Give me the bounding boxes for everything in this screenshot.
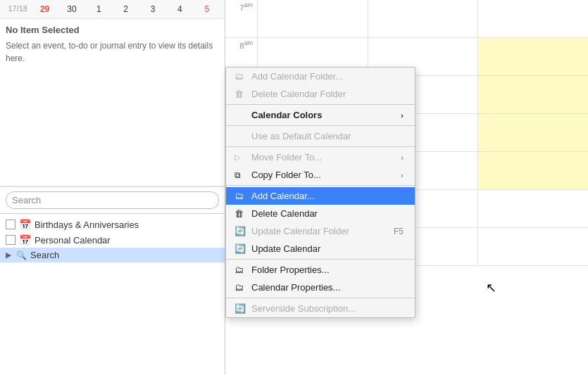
- time-cell-empty3-col3: [477, 152, 588, 189]
- ctx-add-calendar-folder[interactable]: 🗂 Add Calendar Folder...: [226, 68, 415, 85]
- update-folder-shortcut: F5: [394, 227, 404, 236]
- personal-icon: 📅: [19, 234, 31, 246]
- copy-folder-icon: ⧉: [234, 170, 247, 180]
- delete-calendar-icon: 🗑: [234, 208, 247, 219]
- ctx-use-as-default[interactable]: Use as Default Calendar: [226, 127, 415, 145]
- day-1[interactable]: 1: [85, 3, 112, 15]
- time-cell-7am-col1: [257, 0, 368, 37]
- ctx-folder-properties[interactable]: 🗂 Folder Properties...: [226, 261, 415, 279]
- ctx-folder-properties-label: Folder Properties...: [251, 265, 404, 275]
- day-4[interactable]: 4: [166, 3, 193, 15]
- time-row-7am: 7am: [225, 0, 588, 38]
- time-cell-empty2-col3: [477, 114, 588, 151]
- personal-checkbox[interactable]: [6, 235, 15, 245]
- ctx-sep-1: [226, 104, 415, 105]
- time-cell-empty1-col3: [477, 76, 588, 113]
- time-cell-empty5-col3: [477, 228, 588, 265]
- colors-arrow-icon: ›: [401, 111, 404, 120]
- ctx-serverside-label: Serverside Subscription...: [251, 303, 404, 314]
- birthdays-icon: 📅: [19, 219, 31, 230]
- add-calendar-icon: 🗂: [234, 191, 247, 201]
- time-cell-8am-col3: [477, 38, 588, 75]
- ctx-delete-calendar[interactable]: 🗑 Delete Calendar: [226, 205, 415, 222]
- add-folder-icon: 🗂: [234, 71, 247, 82]
- ctx-add-calendar-folder-label: Add Calendar Folder...: [251, 71, 404, 82]
- move-folder-arrow-icon: ›: [401, 153, 404, 162]
- time-label-7am: 7am: [225, 0, 257, 37]
- tree-item-personal[interactable]: 📅 Personal Calendar: [0, 232, 225, 248]
- ctx-update-calendar-label: Update Calendar: [251, 243, 404, 254]
- search-input[interactable]: [6, 191, 219, 209]
- search-box: [0, 186, 225, 214]
- ctx-delete-calendar-folder-label: Delete Calendar Folder: [251, 89, 404, 99]
- serverside-icon: 🔄: [234, 303, 247, 314]
- ctx-use-as-default-label: Use as Default Calendar: [251, 131, 404, 141]
- time-cell-empty4-col3: [477, 190, 588, 227]
- ctx-calendar-colors[interactable]: Calendar Colors ›: [226, 106, 415, 124]
- day-2[interactable]: 2: [113, 3, 139, 15]
- info-panel: No Item Selected Select an event, to-do …: [0, 19, 225, 186]
- tree-item-birthdays[interactable]: 📅 Birthdays & Anniversaries: [0, 217, 225, 232]
- ctx-sep-2: [226, 125, 415, 126]
- delete-folder-icon: 🗑: [234, 89, 247, 99]
- ctx-update-calendar-folder-label: Update Calendar Folder: [251, 226, 387, 236]
- ctx-sep-3: [226, 146, 415, 147]
- ctx-sep-5: [226, 259, 415, 260]
- ctx-calendar-colors-label: Calendar Colors: [251, 110, 322, 120]
- move-folder-icon: ▷: [234, 153, 247, 162]
- ctx-update-calendar[interactable]: 🔄 Update Calendar: [226, 240, 415, 258]
- week-num: 17/18: [4, 3, 31, 15]
- time-cell-7am-col2: [368, 0, 478, 37]
- search-expander[interactable]: ▶: [6, 250, 14, 260]
- ctx-sep-6: [226, 298, 415, 298]
- ctx-move-folder-to[interactable]: ▷ Move Folder To... ›: [226, 148, 415, 166]
- search-icon: 🔍: [16, 250, 27, 260]
- mini-calendar-header: 17/18 29 30 1 2 3 4 5: [0, 0, 225, 19]
- mouse-cursor: ↖: [486, 280, 496, 295]
- update-calendar-icon: 🔄: [234, 243, 247, 254]
- day-3[interactable]: 3: [139, 3, 166, 15]
- birthdays-label: Birthdays & Anniversaries: [35, 220, 139, 230]
- update-folder-icon: 🔄: [234, 226, 247, 236]
- folder-tree: 📅 Birthdays & Anniversaries 📅 Personal C…: [0, 214, 225, 375]
- copy-folder-arrow-icon: ›: [401, 171, 404, 179]
- ctx-delete-calendar-folder[interactable]: 🗑 Delete Calendar Folder: [226, 85, 415, 103]
- ctx-add-calendar-label: Add Calendar...: [251, 191, 404, 201]
- personal-label: Personal Calendar: [35, 235, 111, 246]
- tree-item-search[interactable]: ▶ 🔍 Search: [0, 248, 225, 262]
- ctx-serverside-subscription[interactable]: 🔄 Serverside Subscription...: [226, 300, 415, 317]
- no-item-label: No Item Selected: [6, 25, 219, 35]
- ctx-calendar-properties-label: Calendar Properties...: [251, 282, 404, 293]
- day-5[interactable]: 5: [194, 3, 220, 15]
- ctx-update-calendar-folder[interactable]: 🔄 Update Calendar Folder F5: [226, 222, 415, 240]
- context-menu: 🗂 Add Calendar Folder... 🗑 Delete Calend…: [225, 67, 415, 318]
- ctx-delete-calendar-label: Delete Calendar: [251, 208, 404, 219]
- calendar-properties-icon: 🗂: [234, 282, 247, 293]
- ctx-sep-4: [226, 185, 415, 186]
- ctx-copy-folder-to[interactable]: ⧉ Copy Folder To... ›: [226, 166, 415, 184]
- select-hint-text: Select an event, to-do or journal entry …: [6, 39, 219, 65]
- ctx-move-folder-label: Move Folder To...: [251, 152, 401, 163]
- day-30[interactable]: 30: [58, 3, 85, 15]
- birthdays-checkbox[interactable]: [6, 220, 15, 229]
- ctx-calendar-properties[interactable]: 🗂 Calendar Properties...: [226, 279, 415, 296]
- day-29[interactable]: 29: [31, 3, 58, 15]
- ctx-add-calendar[interactable]: 🗂 Add Calendar...: [226, 187, 415, 205]
- folder-properties-icon: 🗂: [234, 265, 247, 275]
- ctx-copy-folder-label: Copy Folder To...: [251, 170, 401, 180]
- time-cell-7am-col3: [477, 0, 588, 37]
- search-label: Search: [30, 250, 59, 260]
